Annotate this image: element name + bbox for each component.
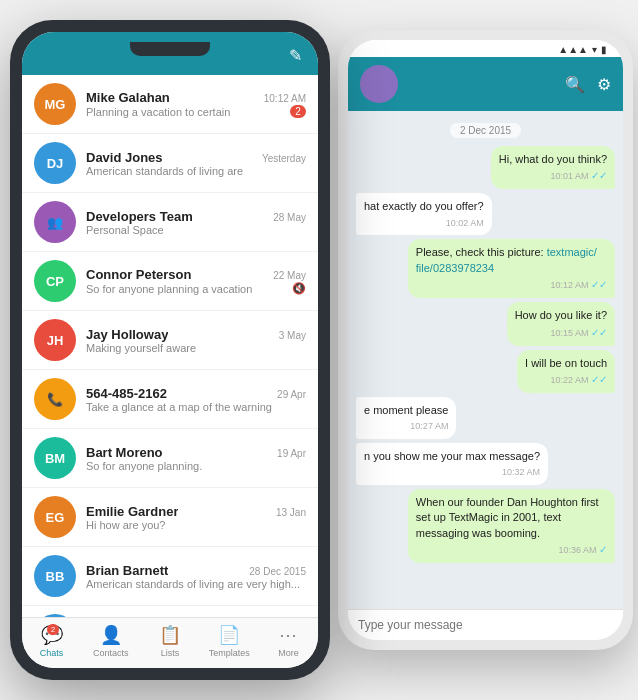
chat-info: Mike Galahan 10:12 AM Planning a vacatio… [86, 90, 306, 118]
chat-list-item[interactable]: 👥 Developers Team 28 May Personal Space [22, 193, 318, 252]
message-incoming: e moment please 10:27 AM [356, 397, 456, 439]
chat-name: 564-485-2162 [86, 386, 167, 401]
nav-icon: 👤 [100, 624, 122, 646]
message-meta: 10:22 AM ✓✓ [525, 373, 607, 387]
nav-label: Chats [40, 648, 64, 658]
notch-left [130, 42, 210, 56]
nav-label: Templates [209, 648, 250, 658]
message-outgoing: When our founder Dan Houghton first set … [408, 489, 615, 563]
avatar: DJ [34, 614, 76, 617]
chat-list-item[interactable]: BM Bart Moreno 19 Apr So for anyone plan… [22, 429, 318, 488]
chat-time: 13 Jan [276, 507, 306, 518]
battery-icon: ▮ [601, 44, 607, 55]
chat-info: Brian Barnett 28 Dec 2015 American stand… [86, 563, 306, 590]
settings-icon[interactable]: ⚙ [597, 75, 611, 94]
chat-list-item[interactable]: CP Connor Peterson 22 May So for anyone … [22, 252, 318, 311]
chat-list-item[interactable]: EG Emilie Gardner 13 Jan Hi how are you? [22, 488, 318, 547]
chat-time: 29 Apr [277, 389, 306, 400]
nav-icon: ⋯ [279, 624, 297, 646]
chat-name: Developers Team [86, 209, 193, 224]
message-text: n you show me your max message? [364, 449, 540, 464]
chat-time: 19 Apr [277, 448, 306, 459]
chat-name: Mike Galahan [86, 90, 170, 105]
message-outgoing: Hi, what do you think? 10:01 AM ✓✓ [491, 146, 615, 189]
avatar: EG [34, 496, 76, 538]
message-text: When our founder Dan Houghton first set … [416, 495, 607, 541]
signal-icon: ▲▲▲ [558, 44, 588, 55]
nav-icon: 📄 [218, 624, 240, 646]
chat-name: Emilie Gardner [86, 504, 178, 519]
nav-badge: 2 [47, 624, 59, 635]
chat-info: Emilie Gardner 13 Jan Hi how are you? [86, 504, 306, 531]
chat-info: 564-485-2162 29 Apr Take a glance at a m… [86, 386, 306, 413]
message-meta: 10:36 AM ✓ [416, 543, 607, 557]
nav-item-lists[interactable]: 📋 Lists [140, 624, 199, 658]
chat-time: Yesterday [262, 153, 306, 164]
chat-list-item[interactable]: 📞 564-485-2162 29 Apr Take a glance at a… [22, 370, 318, 429]
message-text: hat exactly do you offer? [364, 199, 484, 214]
chat-list-item[interactable]: DJ David Jones Yesterday American standa… [22, 134, 318, 193]
message-text: Hi, what do you think? [499, 152, 607, 167]
contact-avatar [360, 65, 398, 103]
avatar: CP [34, 260, 76, 302]
chat-time: 28 Dec 2015 [249, 566, 306, 577]
message-text: How do you like it? [515, 308, 607, 323]
chat-name: Connor Peterson [86, 267, 191, 282]
muted-icon: 🔇 [292, 282, 306, 295]
scene: ✎ MG Mike Galahan 10:12 AM Planning a va… [0, 0, 638, 700]
message-incoming: hat exactly do you offer? 10:02 AM [356, 193, 492, 235]
message-meta: 10:32 AM [364, 466, 540, 479]
chat-preview: Making yourself aware [86, 342, 306, 354]
avatar: BM [34, 437, 76, 479]
wifi-icon: ▾ [592, 44, 597, 55]
chat-name: Bart Moreno [86, 445, 163, 460]
avatar: 📞 [34, 378, 76, 420]
chat-name: Brian Barnett [86, 563, 168, 578]
message-area: 2 Dec 2015Hi, what do you think? 10:01 A… [348, 111, 623, 609]
nav-item-more[interactable]: ⋯ More [259, 624, 318, 658]
nav-label: Contacts [93, 648, 129, 658]
nav-item-chats[interactable]: 2 💬 Chats [22, 624, 81, 658]
message-link[interactable]: textmagic/ file/0283978234 [416, 246, 597, 273]
chat-preview: So for anyone planning. [86, 460, 306, 472]
nav-item-templates[interactable]: 📄 Templates [200, 624, 259, 658]
message-text: I will be on touch [525, 356, 607, 371]
message-outgoing: How do you like it? 10:15 AM ✓✓ [507, 302, 615, 345]
date-divider: 2 Dec 2015 [450, 123, 521, 138]
chat-time: 28 May [273, 212, 306, 223]
chat-list-item[interactable]: DJ David Jones 20 Dec 2015 American stan… [22, 606, 318, 617]
chat-list-item[interactable]: JH Jay Holloway 3 May Making yourself aw… [22, 311, 318, 370]
chat-preview: American standards of living are [86, 165, 306, 177]
chat-time: 22 May [273, 270, 306, 281]
message-meta: 10:12 AM ✓✓ [416, 278, 607, 292]
message-input[interactable] [358, 618, 613, 632]
message-text: Please, check this picture: textmagic/ f… [416, 245, 607, 276]
avatar: DJ [34, 142, 76, 184]
chat-list-item[interactable]: MG Mike Galahan 10:12 AM Planning a vaca… [22, 75, 318, 134]
chat-list-item[interactable]: BB Brian Barnett 28 Dec 2015 American st… [22, 547, 318, 606]
chat-time: 3 May [279, 330, 306, 341]
right-phone: ▲▲▲ ▾ ▮ 🔍 ⚙ 2 Dec 2015Hi, wha [338, 30, 633, 650]
message-meta: 10:27 AM [364, 420, 448, 433]
message-meta: 10:01 AM ✓✓ [499, 169, 607, 183]
chat-preview: Hi how are you? [86, 519, 306, 531]
chat-info: Jay Holloway 3 May Making yourself aware [86, 327, 306, 354]
chat-name: David Jones [86, 150, 163, 165]
status-icons: ▲▲▲ ▾ ▮ [558, 44, 611, 55]
message-meta: 10:15 AM ✓✓ [515, 326, 607, 340]
chat-info: Developers Team 28 May Personal Space [86, 209, 306, 236]
nav-item-contacts[interactable]: 👤 Contacts [81, 624, 140, 658]
chat-info: David Jones Yesterday American standards… [86, 150, 306, 177]
header-actions: 🔍 ⚙ [565, 75, 611, 94]
input-bar [348, 609, 623, 640]
search-icon[interactable]: 🔍 [565, 75, 585, 94]
avatar: BB [34, 555, 76, 597]
right-phone-screen: ▲▲▲ ▾ ▮ 🔍 ⚙ 2 Dec 2015Hi, wha [348, 40, 623, 640]
compose-icon[interactable]: ✎ [289, 46, 302, 65]
chat-info: Connor Peterson 22 May So for anyone pla… [86, 267, 306, 295]
avatar: JH [34, 319, 76, 361]
chat-preview: American standards of living are very hi… [86, 578, 306, 590]
chat-preview: So for anyone planning a vacation [86, 283, 292, 295]
message-outgoing: I will be on touch 10:22 AM ✓✓ [517, 350, 615, 393]
chat-preview: Take a glance at a map of the warning [86, 401, 306, 413]
